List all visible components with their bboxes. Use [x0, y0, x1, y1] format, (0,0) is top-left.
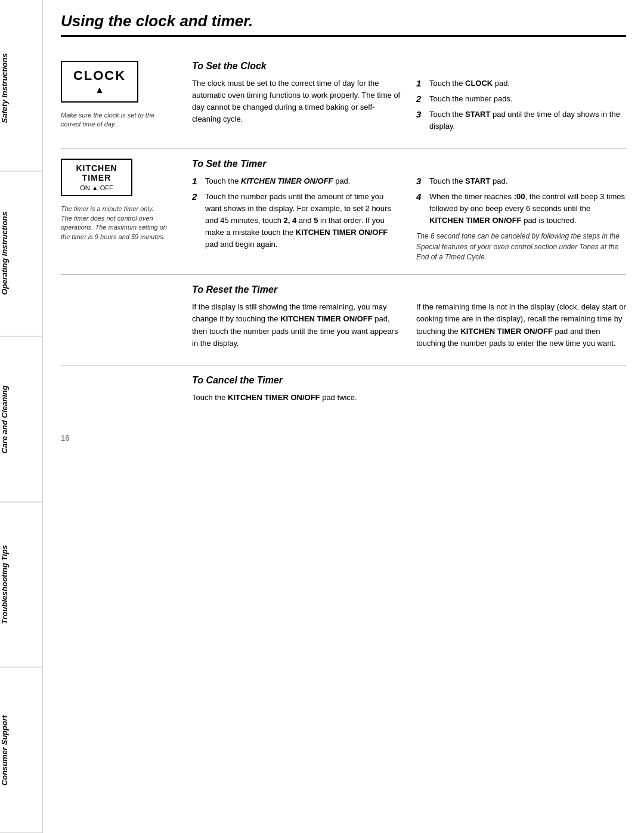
timer-step-text-3: Touch the START pad.: [429, 175, 507, 187]
clock-intro: The clock must be set to the correct tim…: [192, 78, 402, 126]
timer-step-num-1: 1: [192, 175, 202, 187]
timer-box-label-mid: TIMER: [70, 173, 123, 182]
reset-section-content: To Reset the Timer If the display is sti…: [192, 284, 626, 353]
sidebar-care: Care and Cleaning: [0, 337, 42, 502]
sidebar-consumer: Consumer Support: [0, 668, 42, 833]
cancel-heading: To Cancel the Timer: [192, 375, 626, 386]
timer-step-text-2: Touch the number pads until the amount o…: [205, 191, 402, 251]
reset-right-text: If the remaining time is not in the disp…: [416, 301, 626, 349]
reset-section: To Reset the Timer If the display is sti…: [61, 275, 626, 366]
clock-section-content: To Set the Clock The clock must be set t…: [192, 61, 626, 137]
reset-section-left: [61, 284, 180, 353]
clock-two-col: The clock must be set to the correct tim…: [192, 78, 626, 137]
cancel-text-suffix: pad twice.: [320, 393, 357, 402]
clock-left-col: The clock must be set to the correct tim…: [192, 78, 402, 137]
sidebar-operating: Operating Instructions: [0, 171, 42, 336]
timer-section: KITCHEN TIMER ON ▲ OFF The timer is a mi…: [61, 149, 626, 275]
timer-step-text-1: Touch the KITCHEN TIMER ON/OFF pad.: [205, 175, 350, 187]
timer-step-4: 4 When the timer reaches :00, the contro…: [416, 191, 626, 227]
reset-right-col: If the remaining time is not in the disp…: [416, 301, 626, 353]
timer-step-num-3: 3: [416, 175, 426, 187]
cancel-section-content: To Cancel the Timer Touch the KITCHEN TI…: [192, 375, 626, 404]
clock-step-num-2: 2: [416, 93, 426, 105]
reset-left-col: If the display is still showing the time…: [192, 301, 402, 353]
reset-heading: To Reset the Timer: [192, 284, 626, 295]
clock-step-text-3: Touch the START pad until the time of da…: [429, 109, 626, 132]
clock-step-text-2: Touch the number pads.: [429, 93, 512, 105]
timer-box: KITCHEN TIMER ON ▲ OFF: [61, 159, 132, 197]
timer-right-col: 3 Touch the START pad. 4 When the timer …: [416, 175, 626, 263]
timer-caption-line2: The timer does not control oven operatio…: [61, 215, 167, 240]
timer-section-content: To Set the Timer 1 Touch the KITCHEN TIM…: [192, 159, 626, 263]
clock-caption: Make sure the clock is set to the correc…: [61, 111, 168, 129]
timer-two-col: 1 Touch the KITCHEN TIMER ON/OFF pad. 2 …: [192, 175, 626, 263]
clock-step-1: 1 Touch the CLOCK pad.: [416, 78, 626, 89]
timer-italic-note: The 6 second tone can be canceled by fol…: [416, 231, 626, 262]
cancel-text: Touch the KITCHEN TIMER ON/OFF pad twice…: [192, 392, 626, 404]
clock-step-text-1: Touch the CLOCK pad.: [429, 78, 510, 89]
clock-section-left: CLOCK ▲ Make sure the clock is set to th…: [61, 61, 180, 137]
clock-step-2: 2 Touch the number pads.: [416, 93, 626, 105]
page-title: Using the clock and timer.: [61, 12, 626, 37]
timer-heading: To Set the Timer: [192, 159, 626, 169]
cancel-section: To Cancel the Timer Touch the KITCHEN TI…: [61, 366, 626, 416]
clock-section: CLOCK ▲ Make sure the clock is set to th…: [61, 51, 626, 149]
cancel-bold-text: KITCHEN TIMER ON/OFF: [228, 393, 320, 402]
cancel-section-left: [61, 375, 180, 404]
timer-right-steps: 3 Touch the START pad. 4 When the timer …: [416, 175, 626, 227]
clock-box: CLOCK ▲: [61, 61, 138, 103]
sidebar-safety: Safety Instructions: [0, 6, 42, 171]
timer-left-steps: 1 Touch the KITCHEN TIMER ON/OFF pad. 2 …: [192, 175, 402, 251]
timer-left-col: 1 Touch the KITCHEN TIMER ON/OFF pad. 2 …: [192, 175, 402, 263]
timer-caption-line1: The timer is a minute timer only.: [61, 205, 154, 212]
clock-step-num-1: 1: [416, 78, 426, 89]
reset-left-text: If the display is still showing the time…: [192, 301, 402, 349]
main-content: Using the clock and timer. CLOCK ▲ Make …: [43, 0, 644, 833]
timer-step-2: 2 Touch the number pads until the amount…: [192, 191, 402, 251]
timer-box-onoff: ON ▲ OFF: [70, 184, 123, 191]
timer-step-num-4: 4: [416, 191, 426, 203]
cancel-text-prefix: Touch the: [192, 393, 228, 402]
timer-step-1: 1 Touch the KITCHEN TIMER ON/OFF pad.: [192, 175, 402, 187]
timer-step-num-2: 2: [192, 191, 202, 203]
timer-step-text-4: When the timer reaches :00, the control …: [429, 191, 626, 227]
clock-box-arrow: ▲: [73, 85, 126, 95]
clock-step-3: 3 Touch the START pad until the time of …: [416, 109, 626, 132]
timer-section-left: KITCHEN TIMER ON ▲ OFF The timer is a mi…: [61, 159, 180, 263]
page-number: 16: [61, 433, 626, 442]
timer-caption: The timer is a minute timer only. The ti…: [61, 205, 168, 241]
clock-right-col: 1 Touch the CLOCK pad. 2 Touch the numbe…: [416, 78, 626, 137]
clock-steps: 1 Touch the CLOCK pad. 2 Touch the numbe…: [416, 78, 626, 133]
sidebar: Safety Instructions Operating Instructio…: [0, 0, 43, 833]
sidebar-troubleshooting: Troubleshooting Tips: [0, 502, 42, 667]
timer-box-label-top: KITCHEN: [70, 163, 123, 174]
timer-step-3: 3 Touch the START pad.: [416, 175, 626, 187]
clock-box-label: CLOCK: [73, 68, 126, 83]
clock-heading: To Set the Clock: [192, 61, 626, 72]
reset-two-col: If the display is still showing the time…: [192, 301, 626, 353]
clock-step-num-3: 3: [416, 109, 426, 120]
